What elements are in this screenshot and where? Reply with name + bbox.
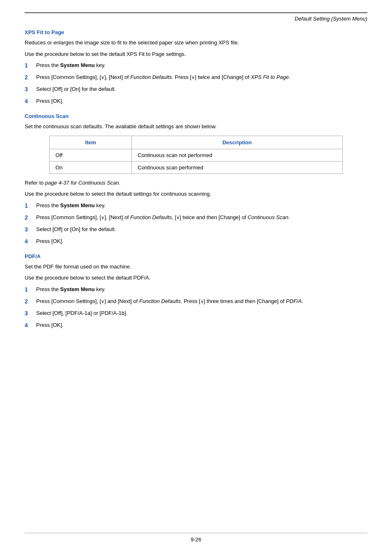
pdfa-heading: PDF/A [25, 253, 367, 259]
continuous-scan-refer: Refer to page 4-37 for Continuous Scan. [25, 179, 367, 187]
xps-fit-desc1: Reduces or enlarges the image size to fi… [25, 39, 367, 47]
continuous-scan-section: Continuous Scan Set the continuous scan … [25, 113, 367, 246]
xps-fit-step-2: 2 Press [Common Settings], [∨], [Next] o… [25, 73, 367, 82]
continuous-scan-desc2: Use the procedure below to select the de… [25, 190, 367, 198]
step-text: Press [Common Settings], [∨], [Next] of … [36, 213, 367, 222]
step-number: 1 [25, 61, 36, 70]
table-row: On Continuous scan performed [50, 161, 343, 173]
table-cell-desc: Continuous scan performed [132, 161, 343, 173]
continuous-scan-table-wrap: Item Description Off Continuous scan not… [49, 136, 343, 174]
step-number: 4 [25, 97, 36, 106]
xps-fit-steps: 1 Press the System Menu key. 2 Press [Co… [25, 61, 367, 106]
step-text: Press [OK]. [36, 237, 367, 245]
continuous-scan-step-2: 2 Press [Common Settings], [∨], [Next] o… [25, 213, 367, 222]
pdfa-desc2: Use the procedure below to select the de… [25, 274, 367, 282]
step-text: Press the System Menu key. [36, 201, 367, 210]
top-rule [25, 12, 367, 13]
table-col-item: Item [50, 136, 132, 149]
step-text: Press [OK]. [36, 321, 367, 329]
xps-fit-heading: XPS Fit to Page [25, 29, 367, 35]
continuous-scan-step-1: 1 Press the System Menu key. [25, 201, 367, 210]
table-cell-item: On [50, 161, 132, 173]
step-text: Select [Off] or [On] for the default. [36, 85, 367, 93]
pdfa-desc1: Set the PDF file format used on the mach… [25, 263, 367, 271]
step-number: 4 [25, 237, 36, 246]
step-text: Press [OK]. [36, 97, 367, 105]
page-number: 9-26 [191, 536, 201, 543]
table-row: Off Continuous scan not performed [50, 149, 343, 161]
step-number: 2 [25, 73, 36, 82]
step-number: 1 [25, 285, 36, 294]
step-number: 2 [25, 213, 36, 222]
xps-fit-step-3: 3 Select [Off] or [On] for the default. [25, 85, 367, 94]
xps-fit-step-1: 1 Press the System Menu key. [25, 61, 367, 70]
continuous-scan-step-4: 4 Press [OK]. [25, 237, 367, 246]
page-footer: 9-26 [25, 533, 367, 543]
continuous-scan-step-3: 3 Select [Off] or [On] for the default. [25, 225, 367, 234]
step-text: Press [Common Settings], [∨], [Next] of … [36, 73, 367, 81]
pdfa-step-2: 2 Press [Common Settings], [∨] and [Next… [25, 297, 367, 306]
continuous-scan-steps: 1 Press the System Menu key. 2 Press [Co… [25, 201, 367, 246]
pdfa-steps: 1 Press the System Menu key. 2 Press [Co… [25, 285, 367, 330]
step-number: 3 [25, 85, 36, 94]
page: Default Setting (System Menu) XPS Fit to… [0, 0, 392, 555]
pdfa-step-3: 3 Select [Off], [PDF/A-1a] or [PDF/A-1b]… [25, 309, 367, 318]
step-text: Select [Off] or [On] for the default. [36, 225, 367, 234]
continuous-scan-table: Item Description Off Continuous scan not… [49, 136, 343, 174]
table-col-description: Description [132, 136, 343, 149]
step-number: 3 [25, 309, 36, 318]
step-number: 4 [25, 321, 36, 330]
step-number: 1 [25, 201, 36, 210]
continuous-scan-heading: Continuous Scan [25, 113, 367, 119]
table-cell-item: Off [50, 149, 132, 161]
step-text: Press the System Menu key. [36, 285, 367, 294]
step-text: Press [Common Settings], [∨] and [Next] … [36, 297, 367, 305]
step-text: Press the System Menu key. [36, 61, 367, 69]
step-text: Select [Off], [PDF/A-1a] or [PDF/A-1b]. [36, 309, 367, 317]
xps-fit-section: XPS Fit to Page Reduces or enlarges the … [25, 29, 367, 106]
pdfa-step-1: 1 Press the System Menu key. [25, 285, 367, 294]
xps-fit-step-4: 4 Press [OK]. [25, 97, 367, 106]
page-header-title: Default Setting (System Menu) [25, 16, 367, 22]
pdfa-step-4: 4 Press [OK]. [25, 321, 367, 330]
table-cell-desc: Continuous scan not performed [132, 149, 343, 161]
continuous-scan-desc1: Set the continuous scan defaults. The av… [25, 123, 367, 131]
step-number: 3 [25, 225, 36, 234]
step-number: 2 [25, 297, 36, 306]
pdfa-section: PDF/A Set the PDF file format used on th… [25, 253, 367, 330]
xps-fit-desc2: Use the procedure below to set the defau… [25, 50, 367, 58]
